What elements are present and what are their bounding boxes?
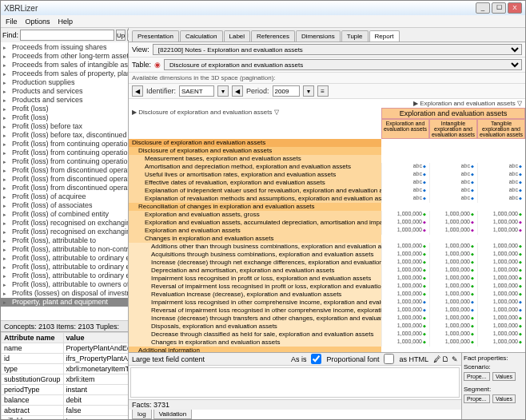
cell-value[interactable]: 1,000,000 bbox=[381, 299, 429, 307]
cell-value[interactable]: abc bbox=[477, 163, 525, 171]
cell-value[interactable]: 1,000,000 bbox=[429, 283, 477, 291]
row-label[interactable]: Disclosure of exploration and evaluation… bbox=[129, 147, 381, 155]
prev-identifier-button[interactable]: ◀ bbox=[132, 85, 143, 97]
tab-presentation[interactable]: Presentation bbox=[132, 30, 179, 42]
row-label[interactable]: Disclosure of exploration and evaluation… bbox=[129, 139, 381, 147]
row-label[interactable]: Changes in exploration and evaluation as… bbox=[129, 235, 381, 243]
tree-item[interactable]: Profit (loss) from discontinued operatio… bbox=[1, 184, 128, 192]
cell-value[interactable]: 1,000,000 bbox=[477, 339, 525, 347]
prev-period-button[interactable]: ◀ bbox=[232, 85, 243, 97]
cell-value[interactable]: 1,000,000 bbox=[381, 219, 429, 227]
cell-value[interactable]: abc bbox=[429, 171, 477, 179]
cell-value[interactable]: 1,000,000 bbox=[477, 259, 525, 267]
row-label[interactable]: Impairment loss recognised in other comp… bbox=[129, 299, 381, 307]
tree-item[interactable]: Profit (loss), attributable to ordinary … bbox=[1, 271, 128, 280]
cell-value[interactable]: abc bbox=[429, 163, 477, 171]
tree-item[interactable]: Profit (loss) bbox=[1, 105, 128, 113]
tree-item[interactable]: Profit (loss) from discontinued operatio… bbox=[1, 175, 128, 184]
cell-value[interactable]: 1,000,000 bbox=[477, 275, 525, 283]
tree-item[interactable]: Profit (loss) before tax bbox=[1, 122, 128, 131]
find-up-button[interactable]: Up bbox=[116, 30, 126, 41]
cell-value[interactable]: abc bbox=[477, 195, 525, 203]
table-select[interactable]: Disclosure of exploration and evaluation… bbox=[164, 59, 522, 70]
tree-item[interactable]: Profit (loss), attributable to owners of… bbox=[1, 280, 128, 289]
concept-tree[interactable]: Proceeds from issuing sharesProceeds fro… bbox=[1, 42, 128, 320]
cell-value[interactable]: 1,000,000 bbox=[429, 323, 477, 331]
tree-item[interactable]: Proceeds from other long-term assets, cl… bbox=[1, 52, 128, 61]
period-menu-button[interactable]: ≡ bbox=[317, 85, 329, 97]
tab-report[interactable]: Report bbox=[369, 30, 400, 42]
cell-value[interactable]: 1,000,000 bbox=[477, 219, 525, 227]
cell-value[interactable]: abc bbox=[477, 187, 525, 195]
menu-file[interactable]: File bbox=[6, 18, 18, 26]
row-label[interactable]: Acquisitions through business combinatio… bbox=[129, 251, 381, 259]
row-label[interactable]: Useful lives or amortisation rates, expl… bbox=[129, 171, 381, 179]
find-input[interactable] bbox=[20, 30, 114, 41]
tree-item[interactable]: Proceeds from issuing shares bbox=[1, 43, 128, 52]
bottom-tab-log[interactable]: log bbox=[132, 410, 152, 419]
cell-value[interactable]: 1,000,000 bbox=[381, 275, 429, 283]
row-label[interactable]: Exploration and evaluation assets, accum… bbox=[129, 219, 381, 227]
expand-col-header[interactable]: ▶ Exploration and evaluation assets ▽ bbox=[129, 99, 525, 108]
cell-value[interactable]: 1,000,000 bbox=[429, 219, 477, 227]
cell-value[interactable]: 1,000,000 bbox=[429, 307, 477, 315]
tree-item[interactable]: Profit (loss) from continuing operations bbox=[1, 140, 128, 149]
row-label[interactable]: Reversal of impairment loss recognised i… bbox=[129, 307, 381, 315]
cell-value[interactable]: 1,000,000 bbox=[381, 339, 429, 347]
cell-value[interactable]: 1,000,000 bbox=[477, 291, 525, 299]
cell-value[interactable]: 1,000,000 bbox=[381, 291, 429, 299]
cell-value[interactable]: 1,000,000 bbox=[381, 259, 429, 267]
row-label[interactable]: Reconciliation of changes in exploration… bbox=[129, 203, 381, 211]
expand-row-header[interactable]: ▶ Disclosure of exploration and evaluati… bbox=[129, 108, 381, 139]
cell-value[interactable]: 1,000,000 bbox=[477, 211, 525, 219]
cell-value[interactable]: abc bbox=[381, 187, 429, 195]
segment-properties-button[interactable]: Prope... bbox=[464, 394, 490, 403]
proportional-font-checkbox[interactable] bbox=[311, 354, 321, 364]
cell-value[interactable]: 1,000,000 bbox=[429, 331, 477, 339]
identifier-input[interactable] bbox=[179, 85, 214, 97]
period-input[interactable] bbox=[273, 85, 300, 97]
report-grid[interactable]: ▶ Exploration and evaluation assets ▽ ▶ … bbox=[129, 99, 525, 352]
tree-item[interactable]: Profit (loss) from discontinued operatio… bbox=[1, 166, 128, 175]
tree-item[interactable]: Profit (loss) of combined entity bbox=[1, 210, 128, 219]
row-label[interactable]: Measurement bases, exploration and evalu… bbox=[129, 155, 381, 163]
row-label[interactable]: Increase (decrease) through net exchange… bbox=[129, 259, 381, 267]
cell-value[interactable]: 1,000,000 bbox=[429, 275, 477, 283]
cell-value[interactable]: 1,000,000 bbox=[477, 251, 525, 259]
tree-item[interactable]: Production supplies bbox=[1, 78, 128, 87]
segment-values-button[interactable]: Values bbox=[492, 394, 516, 403]
tree-item[interactable]: Profit (loss) before tax, discontinued o… bbox=[1, 131, 128, 140]
cell-value[interactable]: 1,000,000 bbox=[429, 227, 477, 235]
cell-value[interactable]: 1,000,000 bbox=[477, 267, 525, 275]
cell-value[interactable]: abc bbox=[381, 171, 429, 179]
tree-item[interactable]: Profit (loss), attributable to bbox=[1, 236, 128, 245]
tree-item[interactable]: Profit (loss) of associates bbox=[1, 201, 128, 210]
tab-label[interactable]: Label bbox=[224, 30, 251, 42]
row-label[interactable]: Effective dates of revaluation, explorat… bbox=[129, 179, 381, 187]
cell-value[interactable]: abc bbox=[429, 179, 477, 187]
tree-item[interactable]: Profit (loss) of acquiree bbox=[1, 192, 128, 201]
cell-value[interactable]: 1,000,000 bbox=[381, 283, 429, 291]
row-label[interactable]: Changes in exploration and evaluation as… bbox=[129, 339, 381, 347]
cell-value[interactable]: 1,000,000 bbox=[429, 315, 477, 323]
cell-value[interactable]: 1,000,000 bbox=[429, 267, 477, 275]
row-label[interactable]: Explanation of revaluation methods and a… bbox=[129, 195, 381, 203]
row-label[interactable]: Additions other than through business co… bbox=[129, 243, 381, 251]
cell-value[interactable]: abc bbox=[381, 195, 429, 203]
tree-item[interactable]: Profit (loss) from continuing operations… bbox=[1, 149, 128, 157]
cell-value[interactable]: 1,000,000 bbox=[381, 243, 429, 251]
tree-item[interactable]: Profit (loss) from continuing operations… bbox=[1, 157, 128, 166]
cell-value[interactable]: abc bbox=[477, 179, 525, 187]
cell-value[interactable]: abc bbox=[429, 195, 477, 203]
row-label[interactable]: Reversal of impairment loss recognised i… bbox=[129, 283, 381, 291]
close-button[interactable]: X bbox=[508, 2, 522, 14]
cell-value[interactable]: abc bbox=[381, 179, 429, 187]
period-dropdown-button[interactable]: ▾ bbox=[303, 85, 314, 97]
tab-tuple[interactable]: Tuple bbox=[341, 30, 369, 42]
tree-item[interactable]: Property, plant and equipment bbox=[1, 298, 128, 307]
edit-tools-icon[interactable]: 🖉 🗋 ✎ bbox=[433, 355, 458, 363]
cell-value[interactable]: 1,000,000 bbox=[381, 227, 429, 235]
cell-value[interactable]: 1,000,000 bbox=[429, 339, 477, 347]
tree-item[interactable]: Products and services bbox=[1, 96, 128, 105]
tree-item[interactable]: Profit (loss) recognised on exchanging c… bbox=[1, 228, 128, 236]
